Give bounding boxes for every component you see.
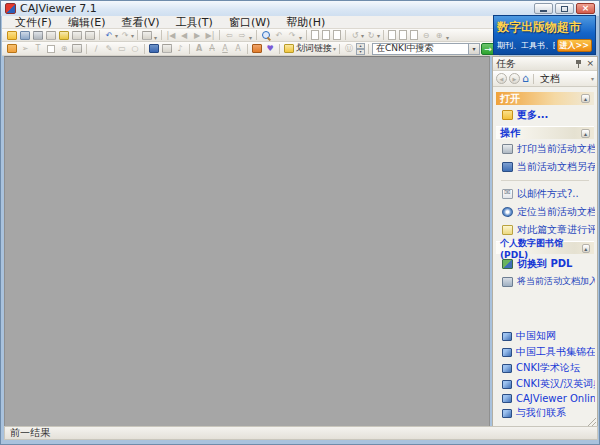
task-pane-close-icon[interactable]: × (586, 59, 594, 68)
pane-home-icon[interactable]: ⌂ (522, 73, 529, 84)
select-tool-icon[interactable]: ➢ (19, 43, 31, 54)
word-link-dropdown[interactable]: 划词链接 ▾ (296, 42, 336, 55)
paste-icon[interactable] (84, 30, 96, 41)
section-open-collapse-icon[interactable]: ▴ (581, 94, 590, 103)
save-icon[interactable] (19, 30, 31, 41)
pin-icon[interactable] (575, 59, 583, 68)
ellipse-tool-icon[interactable]: ○ (129, 43, 141, 54)
zoom-in-icon[interactable]: ⊕ (433, 30, 445, 41)
section-pdl-collapse-icon[interactable]: ▴ (582, 244, 590, 253)
locate-item[interactable]: 定位当前活动文档 (495, 203, 595, 221)
toolbar-overflow-icon[interactable]: ▾ (154, 34, 157, 41)
actual-size-icon[interactable] (410, 30, 418, 40)
prev-page-icon[interactable]: ◀ (178, 30, 190, 41)
menu-window[interactable]: 窗口(W) (222, 15, 277, 30)
single-page-layout-icon[interactable] (311, 30, 319, 40)
facing-layout-icon[interactable] (333, 30, 341, 40)
open-more-item[interactable]: 更多... (495, 106, 595, 124)
nav-overflow-icon[interactable]: ▾ (249, 34, 252, 41)
search-icon[interactable] (260, 30, 272, 41)
underline-text-icon[interactable]: A (219, 43, 231, 54)
word-link-page-icon[interactable] (283, 43, 295, 54)
pane-back-icon[interactable]: ◀ (496, 73, 507, 84)
section-open[interactable]: 打开 ▴ (496, 92, 594, 105)
rect-tool-icon[interactable]: ▭ (116, 43, 128, 54)
unicode-tool-icon[interactable]: Ⓤ (343, 43, 355, 54)
knowledge-node-icon[interactable] (251, 43, 263, 54)
link-cnki-dictionary[interactable]: CNKI英汉/汉英词典 (495, 376, 595, 392)
link-reference-books[interactable]: 中国工具书集锦在线 (495, 344, 595, 360)
squiggly-text-icon[interactable]: A (232, 43, 244, 54)
next-result-icon[interactable]: ↷ (286, 30, 298, 41)
zoom-overflow-icon[interactable]: ▾ (446, 34, 449, 41)
highlight-text-icon[interactable]: A (193, 43, 205, 54)
section-actions[interactable]: 操作 ▴ (496, 126, 594, 139)
search-overflow-icon[interactable]: ▾ (299, 34, 302, 41)
last-page-icon[interactable]: ▶| (204, 30, 216, 41)
cnki-search-combobox[interactable]: 在CNKI中搜索 ▾ (372, 43, 480, 55)
favorites-icon[interactable]: ♥ (264, 43, 276, 54)
mail-icon[interactable] (58, 30, 70, 41)
pane-forward-icon[interactable]: ▶ (509, 73, 520, 84)
print-preview-icon[interactable] (45, 30, 57, 41)
menu-tools[interactable]: 工具(T) (169, 15, 220, 30)
save-as-item[interactable]: 当前活动文档另存为... (495, 158, 595, 176)
menu-view[interactable]: 查看(V) (114, 15, 166, 30)
sound-tool-icon[interactable]: ♪ (174, 43, 186, 54)
cnki-search-dropdown-icon[interactable]: ▾ (468, 44, 479, 54)
doc-selector[interactable]: 文档 (538, 72, 590, 86)
strikeout-text-icon[interactable]: A (206, 43, 218, 54)
page-spinner[interactable]: ▴▾ (356, 43, 365, 55)
note-tool-icon[interactable] (161, 43, 173, 54)
properties-icon[interactable] (141, 30, 153, 41)
image-tool-icon[interactable] (148, 43, 160, 54)
print-icon[interactable] (32, 30, 44, 41)
copy-icon[interactable] (71, 30, 83, 41)
rotate-left-icon[interactable]: ↺ (349, 30, 361, 41)
minimize-button[interactable] (534, 3, 553, 14)
redo-icon[interactable]: ↷ (119, 30, 131, 41)
redo-dropdown-icon[interactable]: ▾ (131, 32, 134, 39)
menu-file[interactable]: 文件(F) (8, 15, 59, 30)
next-page-icon[interactable]: ▶ (191, 30, 203, 41)
maximize-button[interactable] (555, 3, 574, 14)
promo-banner[interactable]: 数字出版物超市 期刊、工具书、图书... 进入>> (493, 15, 596, 55)
section-pdl[interactable]: 个人数字图书馆(PDL) ▴ (496, 241, 594, 254)
zoom-out-icon[interactable]: ⊖ (420, 30, 432, 41)
snapshot-icon[interactable] (71, 43, 83, 54)
menu-help[interactable]: 帮助(H) (279, 15, 332, 30)
print-document-item[interactable]: 打印当前活动文档... (495, 140, 595, 158)
link-cnki-forum[interactable]: CNKI学术论坛 (495, 360, 595, 376)
continuous-layout-icon[interactable] (322, 30, 330, 40)
link-contact-us[interactable]: 与我们联系 (495, 405, 595, 421)
open-icon[interactable] (6, 30, 18, 41)
zoom-tool-icon[interactable]: ⊕ (58, 43, 70, 54)
pen-tool-icon[interactable]: ✎ (103, 43, 115, 54)
banner-enter-button[interactable]: 进入>> (557, 39, 592, 52)
fit-page-icon[interactable] (399, 30, 407, 40)
doc-selector-chevron-icon[interactable]: ▾ (591, 75, 594, 82)
hand-tool-icon[interactable] (6, 43, 18, 54)
line-tool-icon[interactable]: ∕ (90, 43, 102, 54)
forward-view-icon[interactable]: ⇨ (236, 30, 248, 41)
link-cnki[interactable]: 中国知网 (495, 328, 595, 344)
email-item[interactable]: 以邮件方式?.. (495, 185, 595, 203)
rotate-right-icon[interactable]: ↻ (365, 30, 377, 41)
link-cajviewer-online[interactable]: CAJViewer Online (495, 392, 595, 405)
section-actions-collapse-icon[interactable]: ▴ (581, 129, 590, 138)
back-view-icon[interactable]: ⇦ (223, 30, 235, 41)
text-select-icon[interactable]: T (32, 43, 44, 54)
menu-edit[interactable]: 编辑(E) (61, 15, 113, 30)
undo-dropdown-icon[interactable]: ▾ (115, 32, 118, 39)
cnki-search-value[interactable]: 在CNKI中搜索 (376, 42, 468, 55)
pdl-add-item[interactable]: 将当前活动文档加入到 PDL (495, 273, 595, 290)
document-canvas[interactable] (4, 56, 490, 428)
first-page-icon[interactable]: |◀ (165, 30, 177, 41)
area-select-icon[interactable] (45, 43, 57, 54)
undo-icon[interactable]: ↶ (103, 30, 115, 41)
rotate-left-dropdown-icon[interactable]: ▾ (361, 32, 364, 39)
prev-result-icon[interactable]: ↶ (273, 30, 285, 41)
fit-width-icon[interactable] (388, 30, 396, 40)
rotate-right-dropdown-icon[interactable]: ▾ (377, 32, 380, 39)
close-button[interactable]: × (576, 3, 595, 14)
